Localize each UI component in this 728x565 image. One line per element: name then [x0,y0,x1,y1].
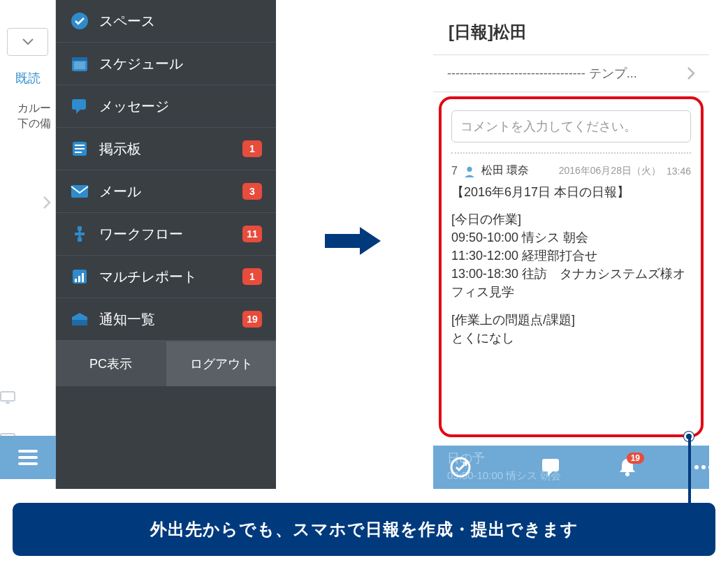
calendar-icon [70,54,89,73]
more-icon[interactable] [693,457,714,478]
svg-point-25 [701,465,706,469]
badge-count: 1 [242,268,262,285]
partial-text: カルー 下の備 [0,101,55,131]
menu-item-space[interactable]: スペース [56,0,276,43]
hamburger-icon [18,450,38,465]
chevron-right-icon [687,66,695,80]
caption-banner: 外出先からでも、スマホで日報を作成・提出できます [13,503,715,556]
separator [451,152,691,154]
badge-count: 11 [242,226,262,242]
menu-item-board[interactable]: 掲示板 1 [56,128,276,170]
comment-input[interactable]: コメントを入力してください。 [451,110,691,142]
menu-item-workflow[interactable]: ワークフロー 11 [56,213,276,256]
menu-item-multireport[interactable]: マルチレポート 1 [56,256,276,298]
board-icon [70,139,89,159]
svg-rect-12 [78,226,82,230]
menu-label: ワークフロー [99,225,233,244]
page-header: [日報]松田 [433,0,709,55]
inbox-icon [70,309,89,329]
caption-text: 外出先からでも、スマホで日報を作成・提出できます [34,518,694,541]
svg-point-26 [708,465,713,469]
svg-rect-9 [75,148,85,149]
post-date: 2016年06月28日（火） [559,165,661,177]
bottom-toolbar: 日の予 09:50-10:00 情シス 朝会 19 [433,446,709,489]
desktop-icon [0,391,55,405]
notification-badge: 19 [627,453,644,464]
menu-label: メッセージ [99,97,262,116]
menu-item-mail[interactable]: メール 3 [56,170,276,213]
chevron-down-icon [22,38,34,45]
logout-button[interactable]: ログアウト [166,342,276,386]
read-status-label: 既読 [0,56,55,101]
menu-footer: PC表示 ログアウト [56,341,276,386]
badge-count: 19 [242,311,262,328]
svg-rect-4 [74,61,85,69]
user-icon [463,165,476,177]
menu-label: メール [99,182,233,201]
menu-label: マルチレポート [99,267,233,286]
arrow-icon [321,223,384,258]
menu-label: 通知一覧 [99,310,233,329]
menu-label: スケジュール [99,54,262,73]
speech-icon [70,96,89,116]
bell-icon[interactable]: 19 [618,457,637,478]
svg-rect-17 [78,276,80,282]
chevron-right-icon [43,196,51,210]
post-section-1: [今日の作業] 09:50-10:00 情シス 朝会 11:30-12:00 経… [451,210,691,301]
right-phone-screenshot: [日報]松田 ---------------------------------… [433,0,709,489]
svg-rect-13 [78,237,82,242]
svg-rect-14 [75,233,85,235]
svg-rect-18 [82,273,84,282]
navigation-menu: スペース スケジュール メッセージ 掲示板 1 メール 3 ワークフロー 11 … [56,0,276,489]
post-meta: 7 松田 環奈 2016年06月28日（火） 13:46 [451,163,691,178]
workflow-icon [70,224,89,244]
post-number: 7 [451,165,458,177]
hamburger-button[interactable] [0,436,56,479]
author-name: 松田 環奈 [481,163,529,178]
check-circle-icon [70,11,89,31]
filter-dropdown[interactable] [7,28,48,56]
menu-label: スペース [99,12,262,31]
left-background-strip: 既読 カルー 下の備 [0,0,56,489]
svg-point-20 [467,166,472,171]
menu-item-message[interactable]: メッセージ [56,85,276,128]
template-label: --------------------------------- テンプ... [447,65,687,82]
post-time: 13:46 [667,166,691,177]
chat-icon[interactable] [541,457,562,478]
callout-line [688,436,691,503]
svg-point-2 [71,13,88,29]
template-selector[interactable]: --------------------------------- テンプ... [433,55,709,92]
left-phone-screenshot: 既読 カルー 下の備 スペース スケジュール メッセージ 掲示板 1 [0,0,276,489]
page-title: [日報]松田 [449,21,694,43]
menu-item-notifications[interactable]: 通知一覧 19 [56,298,276,341]
pc-view-button[interactable]: PC表示 [56,342,166,386]
mail-icon [70,182,89,201]
badge-count: 1 [242,140,262,157]
menu-label: 掲示板 [99,140,233,159]
post-section-2: [作業上の問題点/課題] とくになし [451,311,691,347]
task-icon[interactable] [450,457,471,478]
report-icon [70,267,89,286]
badge-count: 3 [242,183,262,200]
svg-rect-19 [72,320,87,325]
svg-rect-5 [72,57,87,61]
svg-rect-22 [542,459,559,471]
svg-rect-10 [75,152,82,153]
svg-point-23 [625,472,629,476]
svg-rect-8 [75,145,85,146]
svg-point-24 [694,465,699,469]
svg-rect-11 [71,185,88,198]
svg-rect-16 [75,279,77,282]
menu-item-schedule[interactable]: スケジュール [56,43,276,85]
svg-rect-6 [72,99,86,110]
highlight-frame: コメントを入力してください。 7 松田 環奈 2016年06月28日（火） 13… [439,96,704,437]
svg-rect-0 [1,392,15,401]
report-body: コメントを入力してください。 7 松田 環奈 2016年06月28日（火） 13… [433,92,709,446]
post-title: 【2016年6月17日 本日の日報】 [451,184,691,200]
